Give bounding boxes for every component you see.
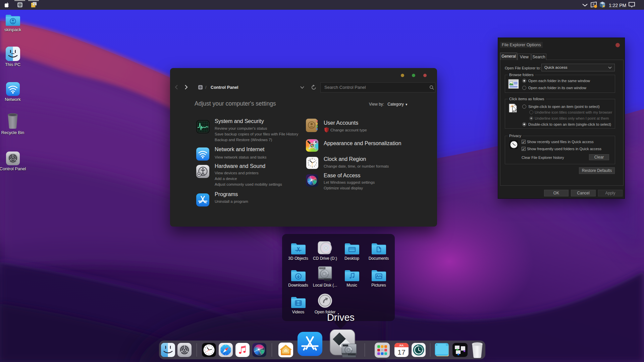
svg-text:10: 10 <box>205 347 206 349</box>
svg-text:4: 4 <box>315 164 316 166</box>
svg-text:5: 5 <box>314 166 315 167</box>
svg-text:11: 11 <box>206 345 208 347</box>
svg-text:JUL: JUL <box>399 344 404 347</box>
svg-text:7: 7 <box>310 166 311 167</box>
svg-text:11: 11 <box>310 159 311 160</box>
svg-text:17: 17 <box>397 348 405 356</box>
svg-text:1: 1 <box>314 159 315 160</box>
svg-text:10: 10 <box>308 160 310 162</box>
svg-text:12: 12 <box>311 158 313 160</box>
svg-text:8: 8 <box>308 164 309 166</box>
svg-text:2: 2 <box>315 160 316 162</box>
svg-text:12: 12 <box>208 345 210 347</box>
svg-text:9: 9 <box>308 162 309 164</box>
svg-text:3: 3 <box>316 162 317 164</box>
